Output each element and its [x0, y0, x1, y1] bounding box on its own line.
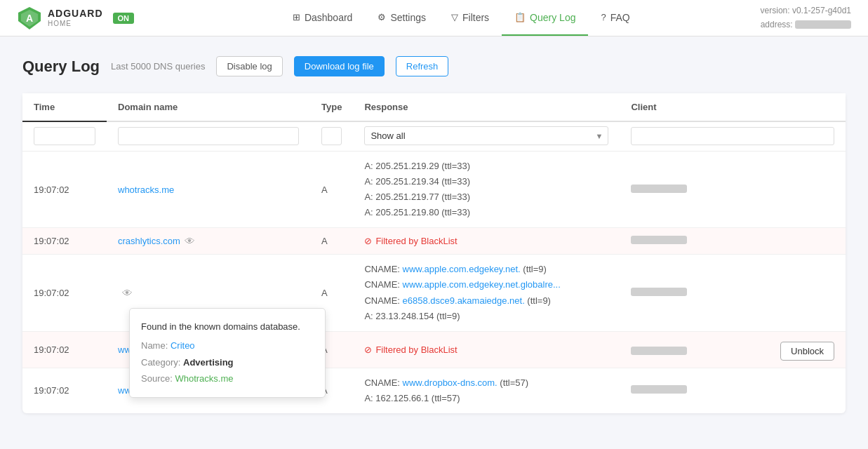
unblock-button[interactable]: Unblock	[780, 342, 834, 361]
table-header-row: Time Domain name Type Response Client	[22, 93, 846, 121]
response-line: CNAME: www.apple.com.edgekey.net.globalr…	[364, 277, 608, 293]
response-line: CNAME: www.dropbox-dns.com. (ttl=57)	[364, 375, 608, 391]
tooltip-source-label: Source:	[141, 373, 173, 384]
nav-querylog[interactable]: 📋 Query Log	[502, 1, 588, 36]
question-circle-icon: ⊘	[364, 236, 372, 246]
response-line: A: 205.251.219.80 (ttl=33)	[364, 205, 608, 220]
response-line: CNAME: www.apple.com.edgekey.net. (ttl=9…	[364, 262, 608, 277]
blocked-response: ⊘ Filtered by BlackList	[364, 236, 608, 246]
address-row: address:	[761, 18, 851, 32]
eye-icon[interactable]: 👁	[185, 235, 195, 247]
client-blur	[631, 236, 687, 244]
client-blur	[631, 347, 687, 355]
question-circle-icon: ⊘	[364, 344, 372, 355]
svg-text:A: A	[26, 13, 33, 24]
tooltip-source-value: Whotracks.me	[175, 373, 233, 384]
response-line: A: 23.13.248.154 (ttl=9)	[364, 309, 608, 324]
type-cell: A	[310, 228, 353, 255]
client-cell	[620, 255, 846, 331]
table-card: Time Domain name Type Response Client	[22, 93, 846, 413]
query-table: Time Domain name Type Response Client	[22, 93, 846, 413]
tooltip-category-label: Category:	[141, 357, 180, 368]
client-filter-input[interactable]	[631, 127, 834, 145]
time-cell: 19:07:02	[22, 152, 107, 228]
col-domain: Domain name	[107, 93, 310, 121]
client-cell	[620, 228, 846, 255]
time-cell: 19:07:02	[22, 368, 107, 413]
navbar: A ADGUARD HOME ON ⊞ Dashboard ⚙ Settings…	[0, 0, 868, 36]
col-response: Response	[353, 93, 620, 121]
domain-cell: crashlytics.com 👁	[107, 228, 310, 255]
domain-link[interactable]: whotracks.me	[118, 185, 174, 195]
tooltip-category-row: Category: Advertising	[141, 354, 314, 370]
table-row: 19:07:02 👁 Found in the known domains da…	[22, 255, 846, 331]
filter-client-cell	[620, 121, 846, 152]
faq-icon: ?	[601, 12, 606, 22]
domain-cell: whotracks.me	[107, 152, 310, 228]
version-text: version: v0.1-257-g40d1	[761, 4, 851, 18]
eye-icon[interactable]: 👁	[122, 287, 133, 299]
settings-icon: ⚙	[378, 12, 386, 22]
col-type: Type	[310, 93, 353, 121]
tooltip-name-value: Criteo	[171, 340, 195, 351]
response-line: A: 205.251.219.34 (ttl=33)	[364, 174, 608, 189]
response-line: A: 162.125.66.1 (ttl=57)	[364, 391, 608, 406]
tooltip-source-row: Source: Whotracks.me	[141, 370, 314, 387]
domain-link[interactable]: crashlytics.com	[118, 236, 180, 246]
brand-name: ADGUARD	[48, 8, 103, 19]
client-blur	[631, 288, 687, 296]
time-filter-input[interactable]	[34, 127, 95, 145]
nav-filters[interactable]: ▽ Filters	[439, 1, 502, 36]
refresh-button[interactable]: Refresh	[396, 56, 449, 76]
address-value	[795, 20, 851, 29]
type-cell: A	[310, 152, 353, 228]
filter-type-cell	[310, 121, 353, 152]
response-cell: A: 205.251.219.29 (ttl=33) A: 205.251.21…	[353, 152, 620, 228]
domain-filter-input[interactable]	[118, 127, 299, 145]
client-cell	[620, 368, 846, 413]
brand-logo: A	[17, 6, 42, 31]
col-client: Client	[620, 93, 846, 121]
filter-time-cell	[22, 121, 107, 152]
dashboard-icon: ⊞	[293, 12, 300, 22]
navbar-version: version: v0.1-257-g40d1 address:	[761, 4, 851, 31]
filter-row: Show all ▼	[22, 121, 846, 152]
page-header: Query Log Last 5000 DNS queries Disable …	[22, 56, 846, 76]
nav-settings[interactable]: ⚙ Settings	[365, 1, 439, 36]
table-row: 19:07:02 crashlytics.com 👁 A ⊘ Filtered …	[22, 228, 846, 255]
col-time: Time	[22, 93, 107, 121]
blocked-response: ⊘ Filtered by BlackList	[364, 344, 608, 355]
filter-domain-cell	[107, 121, 310, 152]
client-cell: Unblock	[620, 332, 846, 368]
response-cell: CNAME: www.apple.com.edgekey.net. (ttl=9…	[353, 255, 620, 331]
response-line: A: 205.251.219.77 (ttl=33)	[364, 189, 608, 205]
brand-home: HOME	[48, 20, 103, 27]
domain-cell: 👁 Found in the known domains database. N…	[107, 255, 310, 331]
tooltip-box: Found in the known domains database. Nam…	[129, 308, 326, 398]
response-cell: ⊘ Filtered by BlackList	[353, 228, 620, 255]
nav-faq[interactable]: ? FAQ	[588, 1, 642, 36]
tooltip-title: Found in the known domains database.	[141, 319, 314, 335]
client-blur	[631, 185, 687, 193]
download-log-button[interactable]: Download log file	[294, 56, 385, 76]
response-line: CNAME: e6858.dsce9.akamaiedge.net. (ttl=…	[364, 293, 608, 309]
client-cell	[620, 152, 846, 228]
type-filter-input[interactable]	[321, 127, 342, 145]
time-cell: 19:07:02	[22, 228, 107, 255]
response-filter-select[interactable]: Show all	[364, 126, 608, 145]
client-blur	[631, 385, 687, 394]
tooltip-name-row: Name: Criteo	[141, 337, 314, 354]
status-badge: ON	[113, 13, 135, 24]
tooltip-name-label: Name:	[141, 340, 168, 351]
nav-dashboard[interactable]: ⊞ Dashboard	[280, 1, 366, 36]
page-subtitle: Last 5000 DNS queries	[111, 61, 205, 72]
querylog-icon: 📋	[514, 12, 526, 22]
page-title: Query Log	[22, 58, 100, 76]
table-row: 19:07:02 whotracks.me A A: 205.251.219.2…	[22, 152, 846, 228]
disable-log-button[interactable]: Disable log	[216, 56, 282, 76]
time-cell: 19:07:02	[22, 255, 107, 331]
tooltip-category-value: Advertising	[183, 357, 234, 368]
nav-links: ⊞ Dashboard ⚙ Settings ▽ Filters 📋 Query…	[162, 1, 761, 36]
response-cell: CNAME: www.dropbox-dns.com. (ttl=57) A: …	[353, 368, 620, 413]
filters-icon: ▽	[451, 12, 458, 22]
